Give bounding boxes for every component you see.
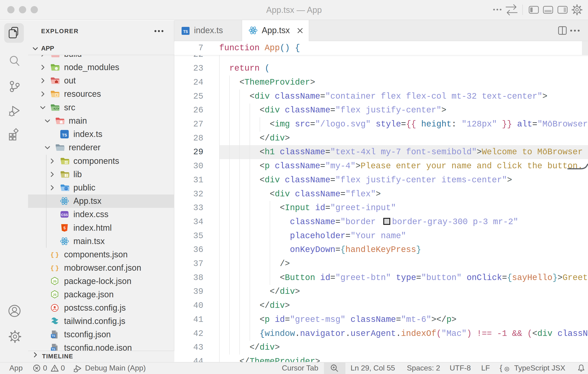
svg-text:JS: JS <box>53 293 57 296</box>
svg-text:{ }: { } <box>51 265 59 272</box>
svg-text:JS: JS <box>53 279 57 283</box>
svg-text:5: 5 <box>63 226 66 230</box>
svg-text:TS: TS <box>52 334 55 338</box>
svg-text:CSS: CSS <box>61 213 68 217</box>
svg-text:TS: TS <box>183 30 188 34</box>
svg-text:{ }: { } <box>51 252 59 258</box>
svg-text:TS: TS <box>52 348 55 351</box>
svg-text:</>: </> <box>53 107 59 111</box>
svg-text:TS: TS <box>62 133 67 138</box>
